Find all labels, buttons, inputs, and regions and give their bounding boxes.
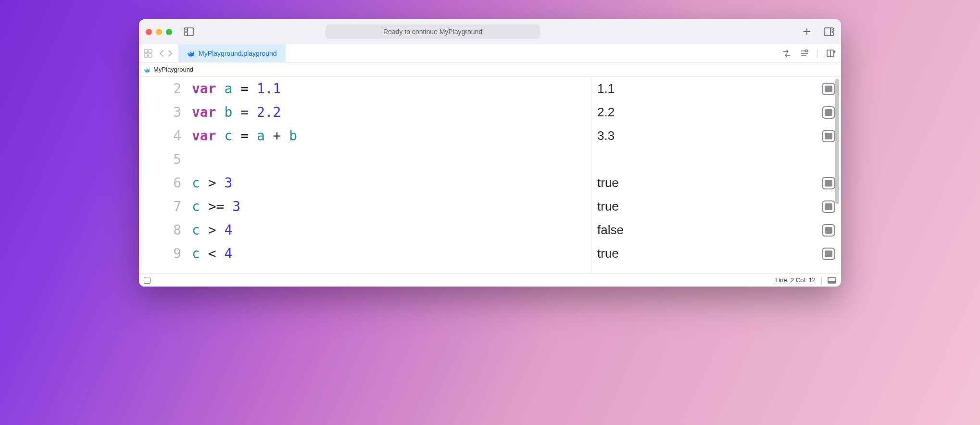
status-bar: Line: 2 Col: 12 bbox=[139, 273, 841, 287]
quicklook-button[interactable] bbox=[822, 106, 835, 119]
line-number: 5 bbox=[139, 151, 192, 167]
minimize-button[interactable] bbox=[156, 29, 162, 35]
separator bbox=[821, 276, 822, 285]
add-icon[interactable] bbox=[803, 27, 811, 36]
result-line: 2.2 bbox=[591, 100, 841, 124]
code-line[interactable]: 9c < 4 bbox=[139, 242, 591, 265]
line-number: 4 bbox=[139, 128, 192, 144]
result-line: true bbox=[591, 242, 841, 265]
code-line[interactable]: 5 bbox=[139, 148, 591, 171]
code-text: var b = 2.2 bbox=[192, 104, 281, 120]
svg-rect-0 bbox=[184, 28, 194, 36]
quicklook-button[interactable] bbox=[822, 177, 835, 189]
cursor-position: Line: 2 Col: 12 bbox=[775, 276, 816, 284]
toggle-right-sidebar-icon[interactable] bbox=[824, 27, 834, 36]
result-line: false bbox=[591, 218, 841, 242]
titlebar-right bbox=[803, 27, 834, 36]
scrollbar[interactable] bbox=[835, 79, 839, 204]
svg-rect-13 bbox=[149, 50, 152, 53]
code-text: var c = a + b bbox=[192, 128, 297, 144]
code-text: c >= 3 bbox=[192, 199, 240, 214]
svg-rect-19 bbox=[805, 50, 808, 52]
code-line[interactable]: 7c >= 3 bbox=[139, 195, 591, 218]
zoom-button[interactable] bbox=[166, 29, 172, 35]
svg-rect-14 bbox=[144, 54, 148, 57]
quicklook-button[interactable] bbox=[822, 248, 835, 260]
line-number: 3 bbox=[139, 104, 192, 120]
result-value: true bbox=[597, 246, 619, 261]
quicklook-button[interactable] bbox=[822, 200, 835, 213]
swift-file-icon bbox=[187, 50, 195, 57]
line-number: 6 bbox=[139, 175, 192, 191]
code-line[interactable]: 6c > 3 bbox=[139, 171, 591, 195]
close-button[interactable] bbox=[146, 29, 152, 35]
results-column: 1.12.23.3truetruefalsetrue bbox=[591, 77, 841, 273]
separator bbox=[817, 49, 818, 58]
run-status[interactable]: Ready to continue MyPlayground bbox=[326, 25, 540, 39]
forward-icon[interactable] bbox=[166, 49, 174, 58]
swift-file-icon bbox=[144, 66, 151, 73]
result-line: true bbox=[591, 171, 841, 195]
svg-rect-15 bbox=[149, 54, 152, 57]
line-number: 7 bbox=[139, 199, 192, 214]
result-line: true bbox=[591, 195, 841, 218]
quicklook-button[interactable] bbox=[822, 224, 835, 237]
quicklook-button[interactable] bbox=[822, 130, 835, 142]
svg-rect-7 bbox=[824, 28, 834, 36]
result-line bbox=[591, 148, 841, 171]
code-line[interactable]: 3var b = 2.2 bbox=[139, 100, 591, 124]
code-text: var a = 1.1 bbox=[192, 81, 281, 97]
svg-rect-12 bbox=[144, 50, 148, 53]
result-value: 3.3 bbox=[597, 128, 615, 143]
code-line[interactable]: 4var c = a + b bbox=[139, 124, 591, 148]
line-number: 8 bbox=[139, 222, 192, 238]
xcode-window: Ready to continue MyPlayground bbox=[139, 19, 841, 287]
tab-left-controls bbox=[144, 49, 174, 58]
tab-bar: MyPlayground.playground bbox=[139, 44, 841, 62]
breadcrumb-label: MyPlayground bbox=[153, 66, 193, 73]
svg-rect-25 bbox=[828, 281, 836, 283]
tabbar-right bbox=[782, 49, 836, 58]
nav-arrows bbox=[158, 49, 174, 58]
code-column[interactable]: 2var a = 1.13var b = 2.24var c = a + b56… bbox=[139, 77, 591, 273]
editor: 2var a = 1.13var b = 2.24var c = a + b56… bbox=[139, 77, 841, 273]
back-icon[interactable] bbox=[158, 49, 166, 58]
code-text: c < 4 bbox=[192, 246, 232, 262]
editor-options-icon[interactable] bbox=[800, 50, 809, 57]
related-items-icon[interactable] bbox=[144, 49, 152, 58]
quicklook-button[interactable] bbox=[822, 83, 835, 95]
result-value: true bbox=[597, 175, 619, 190]
result-value: true bbox=[597, 199, 619, 214]
code-text: c > 3 bbox=[192, 175, 232, 191]
result-line: 3.3 bbox=[591, 124, 841, 148]
minimap-toggle-icon[interactable] bbox=[828, 277, 836, 284]
code-text: c > 4 bbox=[192, 222, 232, 238]
tab-label: MyPlayground.playground bbox=[199, 50, 277, 57]
tab-playground[interactable]: MyPlayground.playground bbox=[178, 44, 286, 62]
breadcrumb[interactable]: MyPlayground bbox=[139, 62, 841, 77]
result-line: 1.1 bbox=[591, 77, 841, 100]
debug-area-toggle-icon[interactable] bbox=[144, 277, 151, 284]
code-line[interactable]: 8c > 4 bbox=[139, 218, 591, 242]
adjust-editor-options-icon[interactable] bbox=[782, 50, 792, 57]
line-number: 2 bbox=[139, 81, 192, 97]
titlebar: Ready to continue MyPlayground bbox=[139, 19, 841, 44]
code-line[interactable]: 2var a = 1.1 bbox=[139, 77, 591, 100]
add-editor-icon[interactable] bbox=[827, 50, 836, 57]
result-value: 1.1 bbox=[597, 81, 615, 96]
toggle-left-sidebar-icon[interactable] bbox=[184, 27, 194, 36]
status-text: Ready to continue MyPlayground bbox=[383, 28, 482, 36]
result-value: false bbox=[597, 223, 624, 238]
traffic-lights bbox=[146, 29, 172, 35]
line-number: 9 bbox=[139, 246, 192, 262]
result-value: 2.2 bbox=[597, 105, 615, 120]
